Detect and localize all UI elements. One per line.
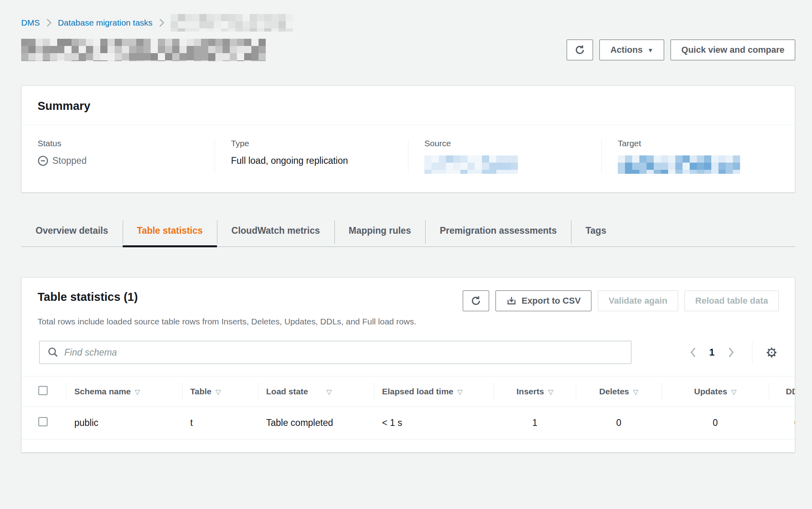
page-title-redacted: [21, 39, 266, 61]
column-header-table[interactable]: Table▽: [182, 376, 258, 407]
table-toolbar: 1: [22, 326, 795, 364]
table-statistics-description: Total rows include loaded source table r…: [22, 311, 795, 326]
column-label: Elapsed load time: [382, 387, 454, 396]
schema-search: [39, 341, 631, 364]
breadcrumb-current-redacted: [171, 14, 293, 32]
preferences-button[interactable]: [764, 345, 779, 360]
column-header-inserts[interactable]: Inserts▽: [494, 376, 576, 407]
column-label: DDLs: [786, 387, 795, 396]
table-header-row: Schema name▽ Table▽ Load state▽ Elapsed …: [22, 376, 795, 407]
column-label: Deletes: [599, 387, 629, 396]
table-statistics-card: Table statistics (1) Export to CSV Valid…: [21, 277, 795, 453]
stopped-icon: [38, 155, 48, 166]
page-header: Actions ▼ Quick view and compare: [21, 38, 795, 62]
breadcrumb: DMS Database migration tasks: [21, 14, 795, 32]
status-value: Stopped: [52, 155, 87, 166]
breadcrumb-link-dms[interactable]: DMS: [21, 18, 40, 28]
table-row: public t Table completed < 1 s 1 0 0 0: [22, 407, 795, 439]
current-page-number[interactable]: 1: [701, 347, 723, 358]
column-label: Load state: [266, 387, 308, 396]
summary-field-status: Status Stopped: [22, 139, 215, 174]
table-statistics-header: Table statistics (1) Export to CSV Valid…: [22, 290, 795, 311]
toolbar-divider: [752, 341, 752, 364]
target-label: Target: [618, 139, 783, 148]
tab-overview-details[interactable]: Overview details: [21, 218, 123, 247]
tab-mapping-rules[interactable]: Mapping rules: [334, 218, 426, 247]
source-label: Source: [424, 139, 589, 148]
column-label: Inserts: [517, 387, 544, 396]
table-statistics-title: Table statistics (1): [38, 290, 138, 304]
refresh-button[interactable]: [567, 40, 593, 60]
type-value: Full load, ongoing replication: [231, 155, 396, 166]
pagination: 1: [685, 341, 779, 364]
row-select-checkbox[interactable]: [38, 417, 48, 426]
status-label: Status: [38, 139, 203, 148]
table-refresh-button[interactable]: [463, 290, 489, 311]
next-page-button[interactable]: [723, 344, 738, 361]
column-header-ddls[interactable]: DDLs: [769, 376, 795, 407]
target-value-redacted[interactable]: [618, 155, 746, 174]
sort-icon: ▽: [215, 388, 221, 396]
column-header-elapsed-load-time[interactable]: Elapsed load time▽: [374, 376, 494, 407]
cell-updates: 0: [662, 407, 769, 439]
reload-table-data-label: Reload table data: [695, 296, 768, 306]
select-all-checkbox[interactable]: [38, 386, 48, 395]
export-to-csv-label: Export to CSV: [521, 296, 581, 306]
summary-field-type: Type Full load, ongoing replication: [215, 139, 408, 174]
summary-title: Summary: [38, 99, 90, 112]
refresh-icon: [470, 295, 482, 307]
column-label: Schema name: [74, 387, 131, 396]
previous-page-button[interactable]: [685, 344, 701, 361]
actions-button-label: Actions: [610, 45, 643, 55]
reload-table-data-button[interactable]: Reload table data: [685, 290, 779, 311]
sort-icon: ▽: [731, 388, 736, 396]
actions-button[interactable]: Actions ▼: [599, 40, 664, 60]
cell-load-state: Table completed: [258, 407, 374, 439]
dms-task-page: DMS Database migration tasks Actions ▼ Q…: [0, 0, 812, 509]
search-icon: [47, 346, 59, 358]
find-schema-input[interactable]: [39, 341, 631, 364]
column-header-updates[interactable]: Updates▽: [662, 376, 769, 407]
quick-view-label: Quick view and compare: [681, 45, 784, 55]
tab-cloudwatch-metrics[interactable]: CloudWatch metrics: [217, 218, 334, 247]
summary-body: Status Stopped Type Full load, ongoing r…: [22, 125, 795, 192]
tab-tags[interactable]: Tags: [571, 218, 621, 247]
column-label: Updates: [694, 387, 727, 396]
breadcrumb-link-tasks[interactable]: Database migration tasks: [58, 18, 153, 28]
sort-icon: ▽: [135, 388, 140, 396]
cell-inserts: 1: [494, 407, 576, 439]
sort-icon: ▽: [633, 388, 638, 396]
refresh-icon: [574, 44, 586, 56]
column-label: Table: [190, 387, 211, 396]
table-statistics-table: Schema name▽ Table▽ Load state▽ Elapsed …: [22, 376, 795, 439]
sort-icon: ▽: [326, 388, 332, 396]
cell-elapsed-load-time: < 1 s: [374, 407, 494, 439]
cell-ddls: 0: [769, 407, 795, 439]
validate-again-button[interactable]: Validate again: [598, 290, 678, 311]
column-header-load-state[interactable]: Load state▽: [258, 376, 374, 407]
source-value-redacted[interactable]: [424, 155, 523, 174]
table-statistics-buttons: Export to CSV Validate again Reload tabl…: [463, 290, 779, 311]
summary-field-target: Target: [601, 139, 795, 174]
gear-icon: [764, 345, 779, 360]
download-icon: [506, 296, 517, 306]
header-actions: Actions ▼ Quick view and compare: [567, 40, 795, 60]
chevron-right-icon: [46, 18, 52, 27]
task-tabs: Overview details Table statistics CloudW…: [21, 218, 795, 247]
tab-premigration-assessments[interactable]: Premigration assessments: [425, 218, 571, 247]
type-label: Type: [231, 139, 396, 148]
column-header-deletes[interactable]: Deletes▽: [576, 376, 662, 407]
chevron-right-icon: [159, 18, 164, 27]
validate-again-label: Validate again: [609, 296, 667, 306]
card-bottom-padding: [22, 439, 795, 452]
cell-schema-name: public: [66, 407, 182, 439]
summary-card: Summary Status Stopped Type Full load, o…: [21, 85, 795, 193]
sort-icon: ▽: [548, 388, 553, 396]
export-to-csv-button[interactable]: Export to CSV: [496, 290, 591, 311]
tab-table-statistics[interactable]: Table statistics: [123, 218, 217, 247]
summary-card-header: Summary: [22, 86, 795, 125]
quick-view-compare-button[interactable]: Quick view and compare: [671, 40, 795, 60]
table-statistics-table-wrap: Schema name▽ Table▽ Load state▽ Elapsed …: [22, 376, 795, 439]
summary-field-source: Source: [408, 139, 601, 174]
column-header-schema-name[interactable]: Schema name▽: [66, 376, 182, 407]
